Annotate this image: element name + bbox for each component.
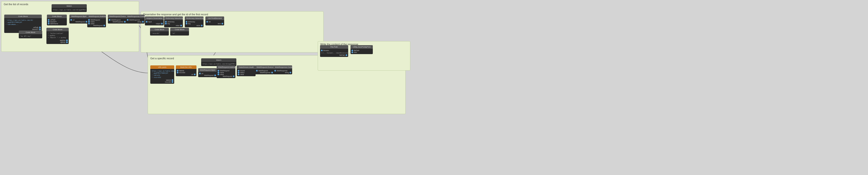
code-block-auth-header: Code Block (46, 28, 69, 31)
code-block-records-body: "records" (150, 31, 169, 35)
code-block-apikey-body: "my API key" (19, 34, 42, 38)
group-deserialise-label: Deserialise the response and get the id … (143, 13, 208, 16)
code-block-1[interactable]: Code Block * https://api.airtable.com/v0… (4, 15, 42, 33)
url-parts-body: https://api.airtable.com/v0/ * appHTMCI7… (150, 69, 174, 84)
webrequest-byid-2-body: url WebRequest (198, 72, 217, 77)
webrequest-byid-2-header: WebRequest.ById (198, 68, 217, 72)
list-firstelement[interactable]: List.FirstElement list item (206, 17, 224, 25)
utility-jsonprettyprint-body: filePath html (350, 49, 373, 54)
code-block-records-header: Code Block (150, 28, 169, 31)
list-firstelement-body: list item (206, 20, 224, 25)
helpers-deserialise-header: Helpers.Deserialise (145, 17, 164, 20)
webrequest-addheader-1-body: WebRequest name value WebRequest (87, 18, 106, 27)
url-parts-header: URL parts (150, 66, 174, 69)
webrequest-byid-2[interactable]: WebRequest.ById url WebRequest (198, 68, 217, 77)
datastream-audit-header: DataStream.Audit (237, 66, 255, 69)
webresponse-content-1[interactable]: WebResponse.Content WebResponse string (126, 15, 145, 24)
dictionary-valuearray-1[interactable]: Dictionary.ValueArray dictionary key val… (164, 17, 183, 27)
webrequest-execute-1-header: WebRequest.Execute (108, 15, 127, 18)
dictionary-valuearray-1-body: dictionary key value (164, 20, 183, 27)
code-block-id-header: Code Block (170, 28, 189, 31)
watch-node-1-header: Watch (52, 4, 87, 8)
webrequest-byid-1-body: url WebRequest (69, 18, 88, 24)
file-path-header: File.Path (320, 45, 348, 49)
dictionary-valuearray-2-body: dictionary key value (185, 20, 204, 27)
dictionary-valuearray-2-header: Dictionary.ValueArray (185, 17, 204, 20)
build-url-node[interactable]: Build the URL tableId recordId url (176, 66, 196, 76)
watch-node-2[interactable]: Watch https://api.airtable.com/v0/appHTM… (201, 58, 236, 66)
code-block-2-body: urlPath baseId?f tableName (47, 18, 67, 25)
build-url-header: Build the URL (176, 66, 196, 69)
dictionary-valuearray-2[interactable]: Dictionary.ValueArray dictionary key val… (185, 17, 204, 27)
code-block-id[interactable]: Code Block "id" (170, 28, 189, 35)
utility-jsonprettyprint-header: Utility.JsonPrettyPrint (350, 45, 373, 49)
datastream-audit[interactable]: DataStream.Audit record status value (237, 66, 255, 76)
code-block-apikey[interactable]: Code Block "my API key" (19, 31, 42, 38)
main-canvas: Get the list of records Deserialise the … (0, 0, 868, 175)
helpers-deserialise-body: input output (145, 20, 164, 25)
helpers-deserialise[interactable]: Helpers.Deserialise input output (145, 17, 164, 25)
webrequest-addheader-1-header: WebRequest.AddHeader (87, 15, 106, 18)
webresponse-content-2-header: WebResponse.Content (273, 66, 292, 69)
datastream-audit-body: record status value (237, 69, 255, 76)
code-block-auth-body: * "Authorization" * appKey * "Bearer " +… (46, 31, 69, 44)
url-parts-node[interactable]: URL parts https://api.airtable.com/v0/ *… (150, 66, 174, 84)
dictionary-valuearray-1-header: Dictionary.ValueArray (164, 17, 183, 20)
code-block-id-body: "id" (170, 31, 189, 35)
code-block-records[interactable]: Code Block "records" (150, 28, 169, 35)
utility-jsonprettyprint[interactable]: Utility.JsonPrettyPrint filePath html (350, 45, 373, 54)
webrequest-addheader-2[interactable]: WebRequest.AddHeader WebRequest name val… (217, 66, 236, 78)
webresponse-content-2-body: WebResponse string (273, 69, 292, 74)
code-block-auth[interactable]: Code Block * "Authorization" * appKey * … (46, 28, 69, 44)
code-block-2[interactable]: Code Block urlPath baseId?f tableName (47, 15, 67, 25)
webrequest-addheader-1[interactable]: WebRequest.AddHeader WebRequest name val… (87, 15, 106, 27)
file-path-body: Browse... C:\...\Dynamo\...\OpenRelation… (320, 49, 348, 57)
webresponse-content-2[interactable]: WebResponse.Content WebResponse string (273, 66, 292, 74)
watch-node-1[interactable]: Watch https://api.airtable.com/v0/appHTM… (52, 4, 87, 12)
webrequest-byid-1[interactable]: WebRequest.ById url WebRequest (69, 15, 88, 24)
webresponse-content-1-header: WebResponse.Content (126, 15, 145, 18)
webrequest-execute-2-header: WebRequest.Execute (255, 66, 274, 69)
webrequest-addheader-2-header: WebRequest.AddHeader (217, 66, 236, 69)
webrequest-execute-1[interactable]: WebRequest.Execute WebRequest WebRespons… (108, 15, 127, 24)
webrequest-execute-2-body: WebRequest WebResponse (255, 69, 274, 74)
watch-node-1-body: https://api.airtable.com/v0/appHTMCI... (52, 8, 87, 12)
webrequest-execute-1-body: WebRequest WebResponse (108, 18, 127, 24)
code-block-1-header: Code Block (4, 15, 42, 18)
code-block-2-header: Code Block (47, 15, 67, 18)
webrequest-execute-2[interactable]: WebRequest.Execute WebRequest WebRespons… (255, 66, 274, 74)
build-url-body: tableId recordId url (176, 69, 196, 76)
list-firstelement-header: List.FirstElement (206, 17, 224, 20)
code-block-apikey-header: Code Block (19, 31, 42, 34)
file-path-node[interactable]: File.Path Browse... C:\...\Dynamo\...\Op… (320, 45, 348, 57)
watch-node-2-header: Watch (201, 58, 236, 62)
group-specific-label: Get a specific record (150, 57, 174, 60)
group-list-label: Get the list of records (4, 3, 28, 6)
webrequest-addheader-2-body: WebRequest name value WebRequest (217, 69, 236, 78)
webresponse-content-1-body: WebResponse string (126, 18, 145, 24)
webrequest-byid-1-header: WebRequest.ById (69, 15, 88, 18)
